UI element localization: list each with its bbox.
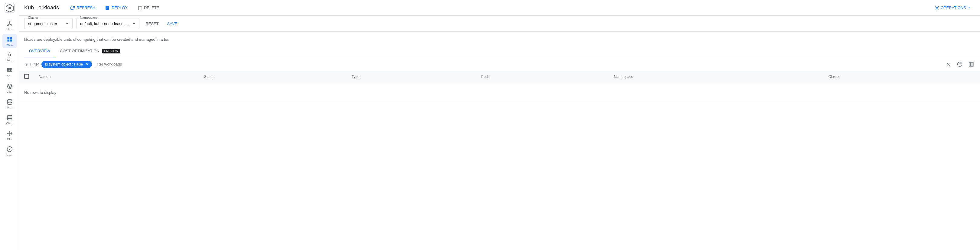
sidebar-item-migration[interactable]: Mi... [2,128,17,142]
deploy-label: DEPLOY [111,5,128,10]
namespace-label: Namespace [79,16,98,19]
table-header-pods: Pods [476,71,609,83]
app-logo [4,2,15,13]
sidebar-item-workloads[interactable]: Wo... [2,34,17,48]
sidebar-item-services[interactable]: Ser... [2,49,17,64]
table-header-checkbox[interactable] [19,71,34,83]
svg-point-20 [7,99,12,101]
select-all-checkbox[interactable] [24,74,29,79]
table-header-namespace: Namespace [609,71,823,83]
storage-icon [6,99,13,105]
namespace-select[interactable]: default, kube-node-lease, ... [76,18,140,29]
svg-point-3 [9,21,10,22]
delete-button[interactable]: DELETE [134,4,163,12]
tab-overview[interactable]: OVERVIEW [24,45,55,57]
column-type-label: Type [352,74,360,79]
sidebar-item-apps-label: Ap... [6,74,13,78]
operations-button[interactable]: OPERATIONS [931,4,975,12]
objects-icon [6,115,13,121]
filter-icon-label: Filter [24,62,39,67]
cluster-select[interactable]: st-games-cluster [24,18,73,29]
filter-actions [944,60,975,68]
compliance-icon [6,146,13,152]
svg-rect-14 [7,68,8,70]
toolbar: Cluster st-games-cluster Namespace defau… [19,16,980,32]
column-pods-label: Pods [481,74,489,79]
svg-line-8 [10,24,11,25]
namespace-select-wrapper: Namespace default, kube-node-lease, ... [76,18,140,29]
filter-chip-close-button[interactable]: ✕ [85,62,89,67]
cluster-chevron-icon [64,21,70,26]
sort-icon-name: ↑ [49,74,51,79]
sidebar-item-compliance[interactable]: Co... [2,144,17,158]
deploy-icon: + [105,5,110,10]
filter-help-button[interactable] [956,60,964,68]
column-namespace-label: Namespace [614,74,633,79]
reset-button[interactable]: RESET [143,20,161,28]
filter-icon [24,62,29,67]
clusters-icon [6,21,13,27]
preview-badge: PREVIEW [102,49,120,54]
delete-icon [137,5,142,10]
page-description: kloads are deployable units of computing… [19,32,980,45]
operations-label: OPERATIONS [941,5,966,10]
filter-chip: Is system object : False ✕ [41,61,92,68]
sidebar-item-migration-label: Mi... [7,138,12,141]
refresh-button[interactable]: REFRESH [66,4,99,12]
sidebar-item-storage-label: Sto... [6,106,13,109]
columns-toggle-button[interactable] [967,60,975,68]
no-rows-row: No rows to display [19,83,980,102]
apps-icon [6,68,13,74]
sidebar-item-config[interactable]: Co... [2,81,17,95]
page-title: Kub...orkloads [24,5,59,11]
namespace-chevron-icon [131,21,137,26]
svg-rect-10 [10,37,12,39]
description-text: kloads are deployable units of computing… [24,37,169,42]
svg-rect-38 [972,62,974,66]
svg-rect-9 [7,37,10,39]
filter-chip-text: Is system object : False [45,62,83,66]
svg-rect-19 [11,70,12,71]
sidebar-item-storage[interactable]: Sto... [2,97,17,111]
tabs-bar: OVERVIEW COST OPTIMIZATION PREVIEW [19,45,980,58]
deploy-button[interactable]: + DEPLOY [101,4,131,12]
sidebar-item-workloads-label: Wo... [6,43,13,46]
tab-cost-optimization[interactable]: COST OPTIMIZATION PREVIEW [55,45,125,58]
sidebar-item-objects[interactable]: Obj... [2,112,17,127]
tab-cost-optimization-label: COST OPTIMIZATION [60,49,100,53]
save-button[interactable]: SAVE [165,20,180,28]
sidebar-item-compliance-label: Co... [6,153,13,156]
tab-overview-label: OVERVIEW [29,49,50,53]
svg-line-7 [8,24,10,25]
table-header-type: Type [347,71,476,83]
svg-point-28 [937,7,938,8]
svg-rect-16 [11,68,12,70]
svg-rect-36 [969,62,970,66]
filter-clear-button[interactable] [944,60,952,68]
help-icon [957,62,963,67]
svg-rect-12 [10,39,12,41]
filter-input[interactable] [94,62,942,66]
table-header-name[interactable]: Name ↑ [34,71,199,83]
svg-point-13 [8,54,11,56]
svg-rect-17 [7,70,8,71]
column-cluster-label: Cluster [829,74,840,79]
column-status-label: Status [204,74,215,79]
migration-icon [6,130,13,136]
namespace-value: default, kube-node-lease, ... [80,21,129,26]
svg-point-5 [11,25,12,26]
table-header-row: Name ↑ Status Type Pods Namespace [19,71,980,83]
sidebar-item-objects-label: Obj... [6,122,13,125]
sidebar-item-clusters[interactable]: Clu... [2,18,17,33]
svg-rect-37 [971,62,972,66]
workloads-table-container: Name ↑ Status Type Pods Namespace [19,71,980,250]
refresh-icon [70,5,75,10]
columns-icon [969,62,974,67]
sidebar-item-apps[interactable]: Ap... [2,65,17,80]
svg-text:+: + [107,6,108,9]
workloads-icon [6,36,13,42]
sidebar: Clu... Wo... Ser... Ap... Co... [0,0,19,250]
chevron-down-icon [967,6,972,10]
config-icon [6,83,13,89]
sidebar-item-services-label: Ser... [6,59,13,62]
